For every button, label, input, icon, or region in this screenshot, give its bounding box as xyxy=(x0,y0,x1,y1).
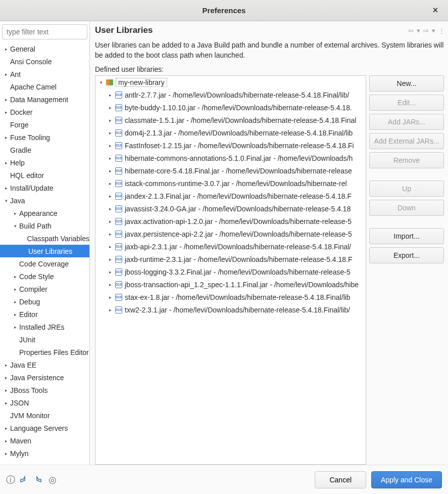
tree-item-label: JVM Monitor xyxy=(9,412,50,420)
tree-item[interactable]: ▾Java xyxy=(0,194,89,207)
jar-icon: 010 xyxy=(115,281,123,289)
tree-item[interactable]: ▸Install/Update xyxy=(0,182,89,194)
tree-item-label: Java EE xyxy=(9,361,36,369)
jar-item[interactable]: ▸010jaxb-api-2.3.1.jar - /home/levi/Down… xyxy=(95,240,366,253)
back-icon[interactable]: ⇦ xyxy=(408,27,414,34)
expand-arrow-icon: ▸ xyxy=(12,312,18,317)
export-prefs-icon[interactable] xyxy=(34,474,43,485)
tree-item[interactable]: Apache Camel xyxy=(0,80,89,93)
tree-item[interactable]: Forge xyxy=(0,118,89,131)
tree-item[interactable]: ▸Java EE xyxy=(0,358,89,371)
jar-item[interactable]: ▸010javassist-3.24.0-GA.jar - /home/levi… xyxy=(95,202,366,215)
tree-item[interactable]: ▸Ant xyxy=(0,68,89,80)
tree-item[interactable]: Gradle xyxy=(0,144,89,156)
expand-arrow-icon: ▸ xyxy=(3,72,9,77)
add-external-jars-button[interactable]: Add External JARs... xyxy=(369,133,444,149)
close-icon[interactable]: × xyxy=(430,5,441,16)
jar-icon: 010 xyxy=(115,142,123,150)
jar-item[interactable]: ▸010jboss-transaction-api_1.2_spec-1.1.1… xyxy=(95,278,366,291)
tree-item[interactable]: ▸General xyxy=(0,42,89,55)
jar-icon: 010 xyxy=(115,293,123,301)
jar-label: javassist-3.24.0-GA.jar - /home/levi/Dow… xyxy=(125,205,351,213)
jar-item[interactable]: ▸010istack-commons-runtime-3.0.7.jar - /… xyxy=(95,177,366,190)
button-column: New... Edit... Add JARs... Add External … xyxy=(369,75,444,465)
tree-item[interactable]: ▸JSON xyxy=(0,396,89,409)
library-root[interactable]: ▾my-new-library xyxy=(95,76,366,88)
forward-menu-icon[interactable]: ▾ xyxy=(432,27,435,34)
oomph-icon[interactable]: ◎ xyxy=(48,474,57,485)
jar-item[interactable]: ▸010javax.activation-api-1.2.0.jar - /ho… xyxy=(95,215,366,228)
jar-item[interactable]: ▸010hibernate-core-5.4.18.Final.jar - /h… xyxy=(95,164,366,177)
tree-item-label: Java xyxy=(9,197,25,205)
jar-item[interactable]: ▸010dom4j-2.1.3.jar - /home/levi/Downloa… xyxy=(95,126,366,139)
jar-item[interactable]: ▸010jboss-logging-3.3.2.Final.jar - /hom… xyxy=(95,265,366,278)
tree-item[interactable]: ▸Data Management xyxy=(0,93,89,106)
tree-item-label: Java Persistence xyxy=(9,374,64,382)
tree-item[interactable]: HQL editor xyxy=(0,169,89,182)
tree-item-label: Code Coverage xyxy=(18,260,69,268)
apply-close-button[interactable]: Apply and Close xyxy=(371,471,442,488)
help-icon[interactable]: ⓘ xyxy=(6,474,15,486)
menu-kebab-icon[interactable]: ⋮ xyxy=(438,27,444,34)
expand-arrow-icon: ▸ xyxy=(107,130,114,136)
jar-item[interactable]: ▸010FastInfoset-1.2.15.jar - /home/levi/… xyxy=(95,139,366,152)
import-button[interactable]: Import... xyxy=(369,228,444,244)
tree-item[interactable]: User Libraries xyxy=(0,245,89,257)
window-title: Preferences xyxy=(203,6,246,15)
jar-item[interactable]: ▸010jaxb-runtime-2.3.1.jar - /home/levi/… xyxy=(95,253,366,265)
tree-item[interactable]: ▸Help xyxy=(0,156,89,169)
jar-item[interactable]: ▸010javax.persistence-api-2.2.jar - /hom… xyxy=(95,228,366,240)
tree-item[interactable]: ▾Build Path xyxy=(0,219,89,232)
jar-item[interactable]: ▸010classmate-1.5.1.jar - /home/levi/Dow… xyxy=(95,114,366,126)
jar-label: stax-ex-1.8.jar - /home/levi/Downloads/h… xyxy=(125,293,351,301)
libraries-tree[interactable]: ▾my-new-library▸010antlr-2.7.7.jar - /ho… xyxy=(95,75,366,465)
tree-item[interactable]: ▸Language Servers xyxy=(0,422,89,434)
tree-item-label: Language Servers xyxy=(9,424,68,432)
tree-item[interactable]: ▸Docker xyxy=(0,106,89,118)
up-button[interactable]: Up xyxy=(369,181,444,197)
expand-arrow-icon: ▸ xyxy=(107,244,114,249)
expand-arrow-icon: ▸ xyxy=(3,426,9,431)
tree-item[interactable]: ▸Compiler xyxy=(0,283,89,295)
tree-item[interactable]: ▸Fuse Tooling xyxy=(0,131,89,144)
expand-arrow-icon: ▸ xyxy=(3,363,9,368)
tree-item[interactable]: ▸Mylyn xyxy=(0,447,89,460)
tree-item[interactable]: ▸Installed JREs xyxy=(0,321,89,333)
tree-item-label: Forge xyxy=(9,121,29,129)
back-menu-icon[interactable]: ▾ xyxy=(417,27,420,34)
jar-item[interactable]: ▸010stax-ex-1.8.jar - /home/levi/Downloa… xyxy=(95,291,366,303)
jar-item[interactable]: ▸010antlr-2.7.7.jar - /home/levi/Downloa… xyxy=(95,88,366,101)
edit-button[interactable]: Edit... xyxy=(369,95,444,111)
cancel-button[interactable]: Cancel xyxy=(315,471,366,488)
export-button[interactable]: Export... xyxy=(369,247,444,263)
add-jars-button[interactable]: Add JARs... xyxy=(369,114,444,130)
tree-item[interactable]: ▸Editor xyxy=(0,308,89,321)
tree-item[interactable]: ▸Debug xyxy=(0,295,89,308)
forward-icon[interactable]: ⇨ xyxy=(423,27,429,34)
remove-button[interactable]: Remove xyxy=(369,152,444,168)
jar-item[interactable]: ▸010byte-buddy-1.10.10.jar - /home/levi/… xyxy=(95,101,366,114)
import-prefs-icon[interactable] xyxy=(20,474,29,485)
down-button[interactable]: Down xyxy=(369,200,444,216)
tree-item[interactable]: JUnit xyxy=(0,333,89,346)
tree-item[interactable]: Classpath Variables xyxy=(0,232,89,245)
tree-item[interactable]: Properties Files Editor xyxy=(0,346,89,358)
jar-item[interactable]: ▸010txw2-2.3.1.jar - /home/levi/Download… xyxy=(95,303,366,316)
tree-item[interactable]: ▸Appearance xyxy=(0,207,89,219)
tree-item[interactable]: Ansi Console xyxy=(0,55,89,68)
tree-item[interactable]: Code Coverage xyxy=(0,257,89,270)
jar-label: jaxb-api-2.3.1.jar - /home/levi/Download… xyxy=(125,243,351,251)
category-tree[interactable]: ▸GeneralAnsi Console▸AntApache Camel▸Dat… xyxy=(0,41,89,465)
expand-arrow-icon: ▸ xyxy=(107,295,114,300)
tree-item[interactable]: ▸Code Style xyxy=(0,270,89,283)
tree-item-label: Docker xyxy=(9,108,32,116)
tree-item[interactable]: JVM Monitor xyxy=(0,409,89,422)
tree-item[interactable]: ▸Maven xyxy=(0,434,89,447)
jar-item[interactable]: ▸010jandex-2.1.3.Final.jar - /home/levi/… xyxy=(95,190,366,202)
tree-item[interactable]: ▸Java Persistence xyxy=(0,371,89,384)
filter-input[interactable] xyxy=(2,24,87,39)
jar-icon: 010 xyxy=(115,243,123,251)
new-button[interactable]: New... xyxy=(369,75,444,92)
jar-item[interactable]: ▸010hibernate-commons-annotations-5.1.0.… xyxy=(95,152,366,164)
tree-item[interactable]: ▸JBoss Tools xyxy=(0,384,89,396)
